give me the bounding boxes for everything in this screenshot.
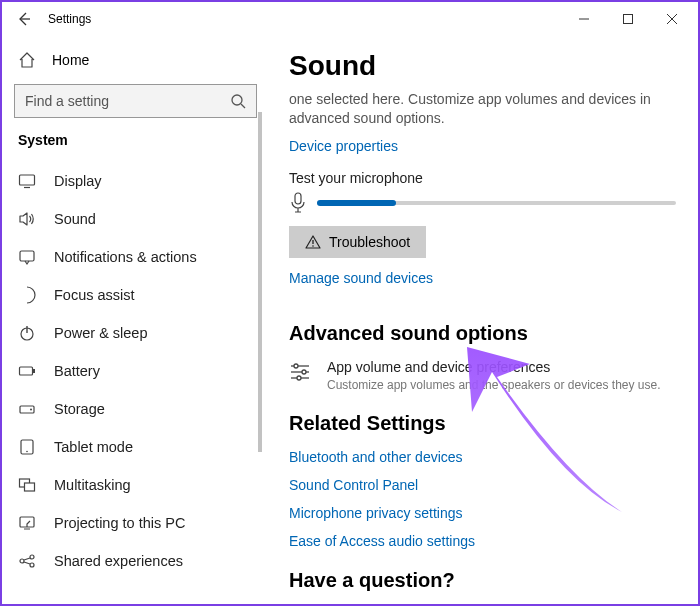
mic-level-row: [289, 192, 676, 214]
search-icon: [230, 93, 246, 109]
svg-rect-2: [624, 15, 633, 24]
nav-label: Shared experiences: [54, 553, 183, 569]
sidebar-item-battery[interactable]: Battery: [12, 352, 257, 390]
svg-rect-9: [20, 251, 34, 261]
sidebar-item-shared-experiences[interactable]: Shared experiences: [12, 542, 257, 580]
svg-point-22: [30, 555, 34, 559]
power-icon: [18, 324, 36, 342]
svg-point-5: [232, 95, 242, 105]
svg-rect-12: [20, 367, 33, 375]
svg-point-28: [312, 245, 314, 247]
sidebar-item-multitasking[interactable]: Multitasking: [12, 466, 257, 504]
notifications-icon: [18, 248, 36, 266]
svg-rect-26: [295, 193, 301, 204]
nav-label: Notifications & actions: [54, 249, 197, 265]
projecting-icon: [18, 514, 36, 532]
nav-list: Display Sound Notifications & actions Fo…: [12, 162, 259, 604]
sliders-icon: [289, 361, 311, 383]
troubleshoot-label: Troubleshoot: [329, 234, 410, 250]
sidebar-scrollbar-thumb[interactable]: [258, 112, 262, 452]
sidebar-item-storage[interactable]: Storage: [12, 390, 257, 428]
nav-label: Battery: [54, 363, 100, 379]
svg-point-30: [294, 364, 298, 368]
mic-level-bar: [317, 201, 676, 205]
warning-icon: [305, 234, 321, 250]
nav-label: Tablet mode: [54, 439, 133, 455]
nav-label: Projecting to this PC: [54, 515, 185, 531]
svg-point-32: [302, 370, 306, 374]
storage-icon: [18, 400, 36, 418]
sidebar-item-display[interactable]: Display: [12, 162, 257, 200]
app-title: Settings: [48, 12, 91, 26]
mic-level-fill: [317, 200, 396, 206]
svg-rect-13: [33, 369, 35, 373]
svg-line-25: [24, 562, 30, 564]
advanced-heading: Advanced sound options: [289, 322, 676, 345]
sidebar: Home System Display Sound: [2, 36, 267, 604]
nav-label: Display: [54, 173, 102, 189]
window-titlebar: Settings: [2, 2, 698, 36]
battery-icon: [18, 362, 36, 380]
svg-line-6: [241, 104, 245, 108]
nav-label: Storage: [54, 401, 105, 417]
shared-experiences-icon: [18, 552, 36, 570]
svg-point-34: [297, 376, 301, 380]
manage-sound-devices-link[interactable]: Manage sound devices: [289, 270, 433, 286]
device-properties-link[interactable]: Device properties: [289, 138, 398, 154]
settings-window: Settings Home System: [0, 0, 700, 606]
svg-point-17: [26, 451, 28, 453]
question-heading: Have a question?: [289, 569, 676, 592]
display-icon: [18, 172, 36, 190]
multitasking-icon: [18, 476, 36, 494]
page-desc: one selected here. Customize app volumes…: [289, 90, 676, 128]
microphone-icon: [289, 192, 307, 214]
svg-line-24: [24, 558, 30, 560]
svg-point-15: [30, 409, 32, 411]
related-link-mic-privacy[interactable]: Microphone privacy settings: [289, 505, 676, 521]
sidebar-item-power-sleep[interactable]: Power & sleep: [12, 314, 257, 352]
close-button[interactable]: [650, 14, 694, 24]
svg-point-23: [30, 563, 34, 567]
home-label: Home: [52, 52, 89, 68]
home-icon: [18, 51, 36, 69]
back-button[interactable]: [6, 2, 42, 36]
home-button[interactable]: Home: [12, 42, 259, 78]
troubleshoot-button[interactable]: Troubleshoot: [289, 226, 426, 258]
sidebar-item-sound[interactable]: Sound: [12, 200, 257, 238]
focus-assist-icon: [18, 286, 36, 304]
minimize-button[interactable]: [562, 14, 606, 24]
svg-rect-19: [25, 483, 35, 491]
svg-rect-7: [20, 175, 35, 185]
sidebar-item-projecting[interactable]: Projecting to this PC: [12, 504, 257, 542]
related-link-ease-of-access-audio[interactable]: Ease of Access audio settings: [289, 533, 676, 549]
tablet-icon: [18, 438, 36, 456]
nav-label: Focus assist: [54, 287, 135, 303]
sidebar-item-tablet-mode[interactable]: Tablet mode: [12, 428, 257, 466]
test-mic-label: Test your microphone: [289, 170, 676, 186]
maximize-button[interactable]: [606, 14, 650, 24]
sidebar-item-focus-assist[interactable]: Focus assist: [12, 276, 257, 314]
page-title: Sound: [289, 50, 676, 82]
related-link-bluetooth[interactable]: Bluetooth and other devices: [289, 449, 676, 465]
adv-item-title: App volume and device preferences: [327, 359, 661, 375]
search-field-wrap[interactable]: [14, 84, 257, 118]
app-volume-preferences[interactable]: App volume and device preferences Custom…: [289, 359, 676, 392]
sound-icon: [18, 210, 36, 228]
svg-point-21: [20, 559, 24, 563]
nav-label: Power & sleep: [54, 325, 148, 341]
related-link-sound-control-panel[interactable]: Sound Control Panel: [289, 477, 676, 493]
category-title: System: [18, 132, 253, 148]
sidebar-scrollbar[interactable]: [258, 112, 262, 598]
adv-item-sub: Customize app volumes and the speakers o…: [327, 378, 661, 392]
search-input[interactable]: [25, 93, 230, 109]
sidebar-item-notifications[interactable]: Notifications & actions: [12, 238, 257, 276]
related-heading: Related Settings: [289, 412, 676, 435]
content-area: Sound one selected here. Customize app v…: [267, 36, 698, 604]
nav-label: Sound: [54, 211, 96, 227]
nav-label: Multitasking: [54, 477, 131, 493]
